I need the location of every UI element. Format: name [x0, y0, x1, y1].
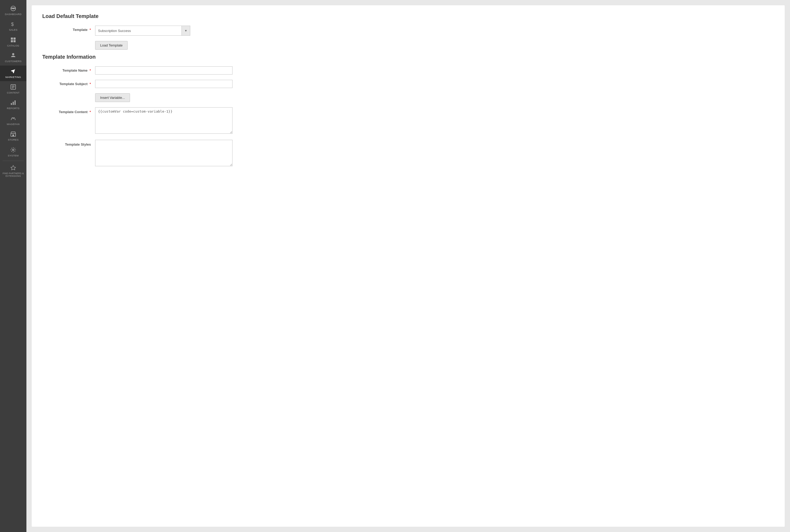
sidebar-item-sales[interactable]: $ SALES [0, 18, 26, 34]
template-select[interactable]: Subscription Success [95, 27, 181, 35]
load-default-template-title: Load Default Template [42, 13, 774, 19]
sidebar-label-customers: CUSTOMERS [5, 60, 21, 63]
load-template-row: Load Template [42, 41, 774, 50]
template-subject-field [95, 80, 254, 88]
load-template-button[interactable]: Load Template [95, 41, 128, 50]
template-name-required-star: * [89, 69, 91, 72]
template-subject-required-star: * [89, 82, 91, 86]
sidebar-item-marketing[interactable]: MARKETING [0, 65, 26, 81]
content-card: Load Default Template Template * Subscri… [32, 5, 785, 527]
template-styles-label: Template Styles [42, 140, 95, 147]
insert-variable-row: Insert Variable... [42, 93, 774, 102]
svg-rect-8 [12, 86, 15, 86]
template-select-row: Template * Subscription Success ▼ [42, 26, 774, 36]
svg-text:$: $ [11, 22, 14, 27]
sidebar-item-customers[interactable]: CUSTOMERS [0, 50, 26, 65]
catalog-icon [10, 37, 16, 43]
sidebar-label-partners: FIND PARTNERS & EXTENSIONS [1, 172, 25, 177]
system-icon [10, 147, 16, 153]
chevron-down-icon: ▼ [185, 29, 187, 32]
sidebar-label-dashboard: DASHBOARD [5, 13, 22, 16]
magefan-icon [10, 115, 16, 121]
customers-icon [10, 52, 16, 59]
svg-rect-2 [11, 38, 13, 40]
template-required-star: * [89, 28, 91, 32]
sidebar-label-reports: REPORTS [7, 107, 20, 110]
sidebar-label-sales: SALES [9, 28, 17, 31]
svg-point-6 [12, 53, 14, 55]
svg-point-17 [13, 149, 14, 151]
template-field: Subscription Success ▼ [95, 26, 254, 36]
reports-icon [10, 99, 16, 106]
template-label: Template * [42, 26, 95, 32]
svg-rect-16 [13, 134, 14, 136]
template-name-input[interactable] [95, 66, 232, 75]
svg-rect-4 [11, 40, 13, 42]
sidebar-item-stores[interactable]: STORES [0, 128, 26, 144]
sidebar-label-content: CONTENT [7, 91, 20, 94]
sidebar-item-partners[interactable]: FIND PARTNERS & EXTENSIONS [0, 162, 26, 181]
template-name-label: Template Name * [42, 66, 95, 72]
sidebar: DASHBOARD $ SALES CATALOG CUSTOMERS MARK… [0, 0, 26, 532]
template-name-field [95, 66, 254, 75]
template-name-row: Template Name * [42, 66, 774, 75]
sidebar-label-magefan: MAGEFAN [7, 122, 20, 126]
svg-rect-12 [13, 102, 14, 105]
svg-point-14 [13, 118, 14, 119]
partners-icon [10, 165, 16, 171]
template-content-field: {{customVar code=custom-variable-1}} [95, 107, 254, 134]
main-wrapper: Load Default Template Template * Subscri… [26, 0, 790, 532]
template-subject-label: Template Subject * [42, 80, 95, 86]
template-subject-row: Template Subject * [42, 80, 774, 88]
insert-variable-button[interactable]: Insert Variable... [95, 93, 130, 102]
content-icon [10, 84, 16, 90]
marketing-icon [10, 68, 16, 75]
select-arrow-button[interactable]: ▼ [181, 26, 190, 35]
sidebar-label-system: SYSTEM [8, 154, 19, 157]
svg-rect-9 [12, 87, 15, 87]
template-subject-input[interactable] [95, 80, 232, 88]
sidebar-label-stores: STORES [8, 138, 19, 141]
sales-icon: $ [10, 21, 16, 27]
dashboard-icon [10, 5, 16, 12]
template-styles-field [95, 140, 254, 167]
svg-rect-11 [11, 103, 12, 105]
template-content-row: Template Content * {{customVar code=cust… [42, 107, 774, 134]
sidebar-label-marketing: MARKETING [5, 76, 21, 78]
template-content-textarea[interactable]: {{customVar code=custom-variable-1}} [95, 107, 232, 134]
template-info-title: Template Information [42, 54, 774, 60]
template-content-label: Template Content * [42, 107, 95, 114]
sidebar-item-magefan[interactable]: MAGEFAN [0, 113, 26, 128]
sidebar-item-catalog[interactable]: CATALOG [0, 34, 26, 50]
sidebar-item-system[interactable]: SYSTEM [0, 144, 26, 159]
svg-rect-13 [15, 100, 16, 105]
template-content-required-star: * [89, 110, 91, 114]
template-select-wrapper: Subscription Success ▼ [95, 26, 190, 36]
svg-marker-18 [11, 166, 16, 170]
stores-icon [10, 131, 16, 137]
svg-rect-10 [12, 88, 14, 88]
sidebar-item-dashboard[interactable]: DASHBOARD [0, 3, 26, 18]
svg-rect-5 [14, 40, 16, 42]
sidebar-label-catalog: CATALOG [7, 44, 19, 47]
svg-rect-3 [14, 38, 16, 40]
template-styles-textarea[interactable] [95, 140, 232, 166]
template-styles-row: Template Styles [42, 140, 774, 167]
sidebar-item-content[interactable]: CONTENT [0, 81, 26, 97]
sidebar-item-reports[interactable]: REPORTS [0, 97, 26, 112]
